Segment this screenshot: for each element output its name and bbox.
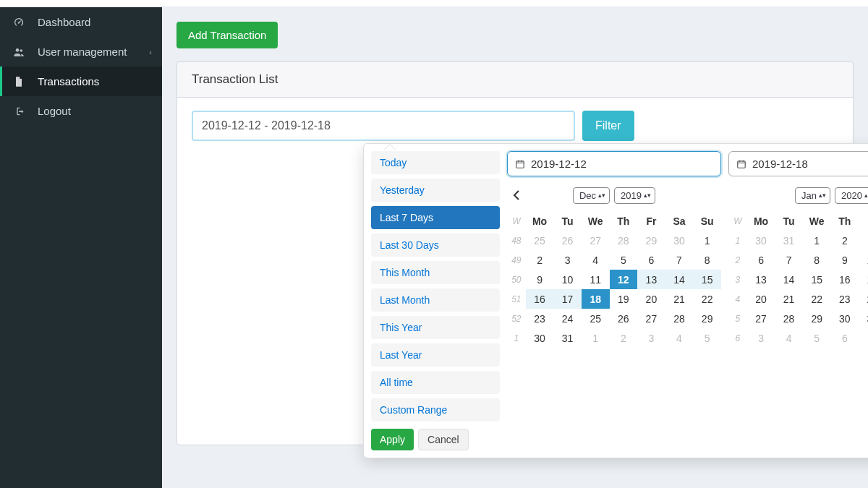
dow-header: Th	[610, 211, 638, 231]
calendar-day[interactable]: 24	[553, 309, 582, 328]
range-today[interactable]: Today	[371, 151, 500, 174]
week-number: 4	[728, 289, 747, 309]
calendar-day[interactable]: 29	[693, 309, 721, 328]
calendar-day: 6	[831, 328, 859, 348]
calendar-day[interactable]: 27	[637, 309, 665, 328]
calendar-day[interactable]: 26	[610, 309, 638, 328]
dow-header: Tu	[553, 211, 582, 231]
calendar-day[interactable]: 3	[859, 231, 868, 250]
calendar-day[interactable]: 7	[775, 250, 803, 270]
start-date-value: 2019-12-12	[531, 158, 587, 170]
calendar-day[interactable]: 12	[610, 270, 638, 289]
add-transaction-button[interactable]: Add Transaction	[176, 22, 278, 48]
dow-header: Fr	[637, 211, 665, 231]
calendar-day[interactable]: 15	[803, 270, 831, 289]
calendar-day[interactable]: 22	[803, 289, 831, 309]
sidebar-item-user-management[interactable]: User management‹	[0, 37, 162, 67]
calendar-day[interactable]: 15	[693, 270, 721, 289]
end-date-input[interactable]: 2019-12-18	[728, 151, 868, 176]
calendar-day[interactable]: 4	[582, 250, 610, 270]
month-select-right[interactable]: Jan▴▾	[795, 187, 830, 204]
calendar-day[interactable]: 17	[553, 289, 582, 309]
filter-button[interactable]: Filter	[582, 111, 634, 141]
calendar-day[interactable]: 16	[526, 289, 554, 309]
calendar-day[interactable]: 23	[526, 309, 554, 328]
range-custom-range[interactable]: Custom Range	[371, 398, 500, 421]
calendar-day[interactable]: 19	[610, 289, 638, 309]
calendar-day[interactable]: 30	[831, 309, 859, 328]
calendar-day[interactable]: 8	[693, 250, 721, 270]
calendar-day[interactable]: 18	[582, 289, 610, 309]
calendar-day[interactable]: 28	[665, 309, 694, 328]
calendar-day[interactable]: 6	[637, 250, 665, 270]
calendar-day[interactable]: 16	[831, 270, 859, 289]
calendar-grid-left: WMoTuWeThFrSaSu4825262728293014923456785…	[507, 211, 721, 348]
calendar-day[interactable]: 25	[582, 309, 610, 328]
calendar-day[interactable]: 30	[526, 328, 554, 348]
calendar-day: 3	[747, 328, 775, 348]
week-number: 6	[728, 328, 747, 348]
week-number: 1	[507, 328, 526, 348]
calendar-day[interactable]: 31	[553, 328, 582, 348]
week-number: 50	[507, 270, 526, 289]
calendar-day[interactable]: 1	[803, 231, 831, 250]
calendar-day[interactable]: 2	[526, 250, 554, 270]
sidebar-item-transactions[interactable]: Transactions	[0, 67, 162, 96]
calendar-day[interactable]: 29	[803, 309, 831, 328]
calendar-day[interactable]: 22	[693, 289, 721, 309]
sidebar-item-logout[interactable]: Logout	[0, 96, 162, 126]
range-last-7-days[interactable]: Last 7 Days	[371, 206, 500, 229]
calendar-day[interactable]: 14	[665, 270, 694, 289]
calendar-day[interactable]: 2	[831, 231, 859, 250]
month-select-left[interactable]: Dec▴▾	[573, 187, 610, 204]
week-number: 48	[507, 231, 526, 250]
calendar-day: 7	[859, 328, 868, 348]
calendar-day[interactable]: 1	[693, 231, 721, 250]
range-yesterday[interactable]: Yesterday	[371, 179, 500, 202]
apply-button[interactable]: Apply	[371, 429, 414, 450]
calendar-day[interactable]: 6	[747, 250, 775, 270]
prev-month-icon[interactable]	[507, 187, 526, 203]
calendar-day[interactable]: 10	[859, 250, 868, 270]
cancel-button[interactable]: Cancel	[418, 429, 469, 450]
calendar-day[interactable]: 28	[775, 309, 803, 328]
start-date-input[interactable]: 2019-12-12	[507, 151, 721, 176]
sidebar-item-label: Logout	[38, 105, 71, 117]
week-number: 5	[728, 309, 747, 328]
calendar-day[interactable]: 20	[637, 289, 665, 309]
calendar-day[interactable]: 10	[553, 270, 582, 289]
calendar-day[interactable]: 7	[665, 250, 694, 270]
calendar-day[interactable]: 23	[831, 289, 859, 309]
file-icon	[13, 76, 27, 87]
sidebar-item-dashboard[interactable]: Dashboard	[0, 7, 162, 37]
range-this-month[interactable]: This Month	[371, 261, 500, 284]
calendar-day[interactable]: 21	[665, 289, 694, 309]
calendar-day[interactable]: 8	[803, 250, 831, 270]
calendar-day[interactable]: 14	[775, 270, 803, 289]
year-select-right[interactable]: 2020▴▾	[835, 187, 868, 204]
range-last-month[interactable]: Last Month	[371, 288, 500, 312]
daterange-input[interactable]	[192, 111, 575, 141]
calendar-day[interactable]: 24	[859, 289, 868, 309]
range-all-time[interactable]: All time	[371, 371, 500, 394]
year-select-left[interactable]: 2019▴▾	[614, 187, 655, 204]
daterangepicker-popup: TodayYesterdayLast 7 DaysLast 30 DaysThi…	[363, 143, 868, 458]
calendar-day[interactable]: 20	[747, 289, 775, 309]
range-this-year[interactable]: This Year	[371, 316, 500, 339]
calendar-day[interactable]: 11	[582, 270, 610, 289]
range-last-year[interactable]: Last Year	[371, 343, 500, 367]
calendar-day[interactable]: 9	[526, 270, 554, 289]
calendar-day: 4	[775, 328, 803, 348]
calendar-day[interactable]: 31	[859, 309, 868, 328]
calendar-day[interactable]: 21	[775, 289, 803, 309]
calendar-day: 3	[637, 328, 665, 348]
range-last-30-days[interactable]: Last 30 Days	[371, 234, 500, 257]
sidebar-item-label: User management	[38, 46, 127, 58]
calendar-day[interactable]: 9	[831, 250, 859, 270]
calendar-day[interactable]: 17	[859, 270, 868, 289]
calendar-day[interactable]: 13	[637, 270, 665, 289]
calendar-day[interactable]: 3	[553, 250, 582, 270]
calendar-day[interactable]: 27	[747, 309, 775, 328]
calendar-day[interactable]: 13	[747, 270, 775, 289]
calendar-day[interactable]: 5	[610, 250, 638, 270]
